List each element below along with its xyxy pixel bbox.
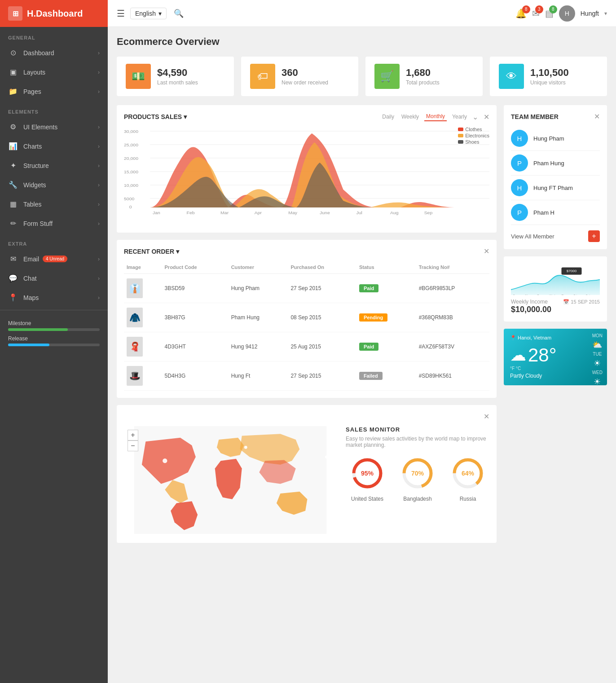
svg-text:Feb: Feb xyxy=(187,211,195,215)
right-panel: TEAM MEMBER ✕ H Hung Pham P Pham Hung H … xyxy=(504,105,607,543)
sales-monitor-title: SALES MONITOR xyxy=(346,426,489,433)
tracking-cell: #AXZ6F58T3V xyxy=(416,332,489,361)
avatar[interactable]: H xyxy=(559,5,575,22)
weather-forecast: MON ⛅ TUE ☀ WED ☀ xyxy=(592,333,603,388)
username[interactable]: Hungft xyxy=(581,10,599,17)
tab-yearly[interactable]: Yearly xyxy=(450,113,469,121)
chevron-icon: › xyxy=(98,143,100,150)
svg-text:Thu: Thu xyxy=(562,294,567,295)
sidebar-item-form-stuff[interactable]: ✏ Form Stuff › xyxy=(0,214,108,233)
legend-shoes: Shoes xyxy=(458,139,489,145)
user-chevron-icon[interactable]: ▾ xyxy=(604,10,607,17)
menu-icon[interactable]: ☰ xyxy=(117,8,125,19)
tab-weekly[interactable]: Weekly xyxy=(400,113,421,121)
legend-electronics: Electronics xyxy=(458,133,489,138)
language-label: English xyxy=(135,10,156,17)
status-cell: Failed xyxy=(356,361,416,391)
stat-label-products: Total products xyxy=(406,79,440,86)
sidebar-item-label: Chat xyxy=(23,275,37,282)
tracking-cell: #SD89HK561 xyxy=(416,361,489,391)
language-selector[interactable]: English ▾ xyxy=(130,8,167,19)
stat-value-products: 1,680 xyxy=(406,67,440,79)
section-general: GENERAL xyxy=(0,27,108,43)
col-customer: Customer xyxy=(229,261,288,274)
tab-daily[interactable]: Daily xyxy=(380,113,396,121)
income-info: Weekly Income 📅 15 SEP 2015 $10,000.00 xyxy=(511,299,600,314)
email-badge: 4 Unread xyxy=(43,256,67,262)
legend-clothes: Clothes xyxy=(458,127,489,132)
add-member-btn[interactable]: + xyxy=(588,230,600,242)
product-img-cell: 🧣 xyxy=(124,332,162,361)
search-icon[interactable]: 🔍 xyxy=(174,9,184,18)
sidebar-item-pages[interactable]: 📁 Pages › xyxy=(0,82,108,101)
chat-icon: 💬 xyxy=(8,274,18,282)
sidebar-item-layouts[interactable]: ▣ Layouts › xyxy=(0,62,108,82)
tab-monthly[interactable]: Monthly xyxy=(424,112,447,121)
customer-cell: Hung 9412 xyxy=(229,332,288,361)
messages-btn[interactable]: ✉ 3 xyxy=(532,8,540,19)
sidebar-item-label: Tables xyxy=(23,201,41,208)
sidebar-item-email[interactable]: ✉ Email 4 Unread › xyxy=(0,249,108,269)
product-img-cell: 👔 xyxy=(124,274,162,303)
sales-chart-svg: 30,000 25,000 20,000 15,000 10,000 5000 … xyxy=(124,127,489,216)
svg-text:May: May xyxy=(288,211,297,215)
table-row: 🧣 4D3GHT Hung 9412 25 Aug 2015 Paid #AXZ… xyxy=(124,332,489,361)
close-icon[interactable]: ✕ xyxy=(484,412,489,421)
stat-info-products: 1,680 Total products xyxy=(406,67,440,86)
income-chart-svg: $7000 Sun Mon Tue Wed Thu Fri Sat xyxy=(511,264,600,295)
chevron-icon: › xyxy=(98,275,100,282)
minimize-icon[interactable]: ⌄ xyxy=(472,113,478,121)
alerts-btn[interactable]: ▤ 8 xyxy=(545,8,554,19)
sidebar-item-structure[interactable]: ✦ Structure › xyxy=(0,156,108,175)
tracking-cell: #BG6R9853LP xyxy=(416,274,489,303)
notifications-btn[interactable]: 🔔 8 xyxy=(515,8,527,19)
chevron-icon: › xyxy=(98,256,100,262)
col-date: Purchased On xyxy=(288,261,356,274)
sidebar-item-ui-elements[interactable]: ⚙ UI Elements › xyxy=(0,117,108,137)
chevron-icon: › xyxy=(98,50,100,56)
svg-text:15,000: 15,000 xyxy=(124,170,139,174)
svg-point-24 xyxy=(244,446,247,449)
sales-monitor-card: ✕ + − xyxy=(117,405,497,543)
product-img-cell: 🎩 xyxy=(124,361,162,391)
release-label: Release xyxy=(8,335,100,342)
status-badge: Failed xyxy=(359,372,383,380)
sidebar-item-chat[interactable]: 💬 Chat › xyxy=(0,269,108,288)
legend-label-shoes: Shoes xyxy=(465,139,479,145)
sidebar: ⊞ H.Dashboard GENERAL ⊙ Dashboard › ▣ La… xyxy=(0,0,108,683)
zoom-in-btn[interactable]: + xyxy=(128,430,138,441)
sidebar-item-label: Structure xyxy=(23,162,49,169)
sidebar-logo[interactable]: ⊞ H.Dashboard xyxy=(0,0,108,27)
sidebar-item-label: Dashboard xyxy=(23,49,54,57)
chevron-icon: › xyxy=(98,124,100,130)
stat-icon-visitors: 👁 xyxy=(499,64,524,89)
email-icon: ✉ xyxy=(8,255,18,263)
chevron-icon: › xyxy=(98,182,100,188)
donut-row: 95% United States 70% Bangladesh 64% Rus… xyxy=(346,455,489,502)
sidebar-item-label: Charts xyxy=(23,143,42,150)
view-all-btn[interactable]: View All Member + xyxy=(511,230,600,242)
products-sales-card: PRODUCTS SALES ▾ Daily Weekly Monthly Ye… xyxy=(117,105,497,233)
close-icon[interactable]: ✕ xyxy=(484,113,489,121)
table-row: 🎩 5D4H3G Hung Ft 27 Sep 2015 Failed #SD8… xyxy=(124,361,489,391)
svg-text:5000: 5000 xyxy=(124,197,135,201)
member-avatar: P xyxy=(511,204,528,221)
sidebar-item-label: Layouts xyxy=(23,69,45,76)
svg-text:Wed: Wed xyxy=(550,294,555,295)
sales-monitor-header: ✕ xyxy=(124,412,489,421)
income-date: 📅 15 SEP 2015 xyxy=(563,299,600,305)
svg-text:Jul: Jul xyxy=(356,211,362,215)
list-item: P Pham H xyxy=(511,200,600,225)
app-name: H.Dashboard xyxy=(27,9,83,19)
close-icon[interactable]: ✕ xyxy=(484,247,489,256)
zoom-out-btn[interactable]: − xyxy=(128,441,138,451)
sidebar-item-tables[interactable]: ▦ Tables › xyxy=(0,194,108,214)
sidebar-item-maps[interactable]: 📍 Maps › xyxy=(0,288,108,307)
sidebar-item-charts[interactable]: 📊 Charts › xyxy=(0,137,108,156)
logo-icon: ⊞ xyxy=(8,6,22,21)
sidebar-item-widgets[interactable]: 🔧 Widgets › xyxy=(0,175,108,194)
product-code-cell: 4D3GHT xyxy=(162,332,229,361)
sidebar-item-dashboard[interactable]: ⊙ Dashboard › xyxy=(0,43,108,62)
left-panel: PRODUCTS SALES ▾ Daily Weekly Monthly Ye… xyxy=(117,105,497,543)
close-icon[interactable]: ✕ xyxy=(594,112,600,121)
